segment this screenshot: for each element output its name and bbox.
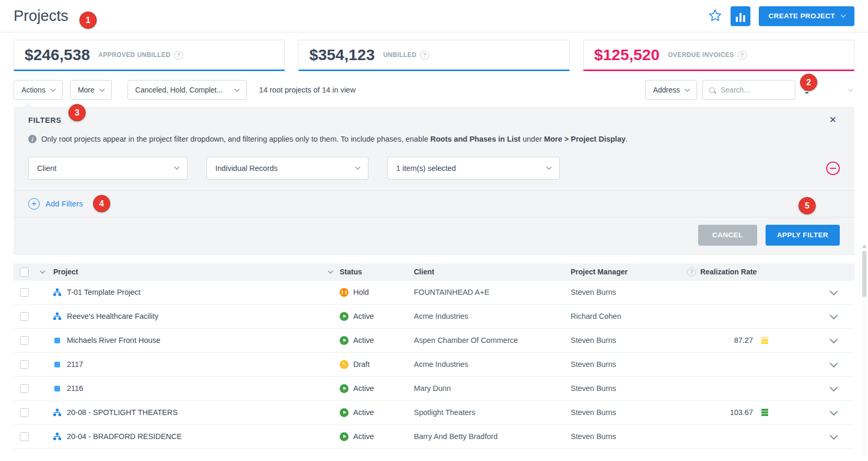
cancel-button[interactable]: CANCEL [698,225,757,246]
stat-card: $354,123 UNBILLED ? [298,40,570,71]
project-square-icon [54,386,60,391]
row-expand-chevron[interactable] [829,407,838,416]
column-header-realization: Realization Rate [700,268,757,276]
project-name[interactable]: Reeve's Healthcare Facility [67,312,158,320]
chevron-down-icon [50,86,55,91]
stat-card: $125,520 OVERDUE INVOICES ? [583,40,854,71]
table-row[interactable]: 20-04 - BRADFORD RESIDENCE Active Barry … [14,425,854,449]
help-icon[interactable]: ? [687,268,696,276]
remove-filter-button[interactable] [826,162,840,175]
stat-label: OVERDUE INVOICES ? [668,51,746,60]
table-row[interactable]: Reeve's Healthcare Facility Active Acme … [14,305,854,329]
status-icon [340,384,349,393]
row-expand-chevron[interactable] [829,383,838,391]
filter-criteria-row: Client Individual Records 1 item(s) sele… [14,153,854,190]
row-checkbox[interactable] [20,384,29,393]
status-icon [340,336,349,345]
actions-label: Actions [21,86,45,94]
search-box[interactable] [702,80,795,100]
manager-name: Steven Burns [562,288,685,296]
filter-options-chevron[interactable] [847,87,854,93]
chevron-down-icon [547,165,552,170]
filter-selection-select[interactable]: 1 item(s) selected [387,157,560,180]
project-column-menu-chevron[interactable] [328,268,333,273]
table-body: T-01 Template Project Hold FOUNTAINHEAD … [14,281,854,449]
row-checkbox[interactable] [20,336,29,345]
row-expand-chevron[interactable] [829,359,838,367]
status-filter-dropdown[interactable]: Canceled, Hold, Complet... [128,80,247,100]
stat-card: $246,538 APPROVED UNBILLED ? [14,40,285,71]
manager-name: Steven Burns [562,384,685,393]
help-icon[interactable]: ? [420,51,429,60]
row-checkbox[interactable] [20,408,29,417]
client-name: Acme Industries [406,312,562,320]
project-name[interactable]: 20-04 - BRADFORD RESIDENCE [67,432,182,441]
create-project-button[interactable]: CREATE PROJECT [759,6,854,26]
help-icon[interactable]: ? [174,51,183,60]
status-label: Draft [353,360,369,368]
annotation-badge-2: 2 [800,74,817,91]
realization-bars-icon [761,337,768,343]
star-icon [708,8,722,24]
realization-rate-value: 103.67 [685,408,753,417]
row-checkbox[interactable] [20,360,29,369]
column-header-project: Project [53,268,78,276]
chevron-down-icon [175,165,180,170]
filter-record-type-value: Individual Records [215,164,277,172]
table-row[interactable]: 2117 Draft Acme Industries Steven Burns [14,353,854,377]
table-row[interactable]: 20-08 - SPOTLIGHT THEATERS Active Spotli… [14,401,854,425]
manager-name: Richard Cohen [562,312,685,320]
favorite-button[interactable] [708,8,722,24]
project-name[interactable]: 2116 [67,384,83,393]
filter-field-select[interactable]: Client [28,157,188,180]
chevron-down-icon [841,13,846,18]
row-expand-chevron[interactable] [829,287,838,295]
client-name: Aspen Chamber Of Commerce [406,336,562,344]
table-row[interactable]: T-01 Template Project Hold FOUNTAINHEAD … [14,281,854,305]
client-name: Spotlight Theaters [406,408,562,417]
realization-rate-value: 87.27 [685,336,753,344]
stat-value: $246,538 [25,46,90,64]
project-hierarchy-icon [53,433,61,440]
filters-panel-footer: CANCEL APPLY FILTER [14,217,854,255]
row-expand-chevron[interactable] [829,335,838,343]
search-input[interactable] [720,85,789,95]
row-checkbox[interactable] [20,312,29,321]
project-name[interactable]: 20-08 - SPOTLIGHT THEATERS [67,408,178,417]
apply-filter-button[interactable]: APPLY FILTER [766,225,840,246]
status-icon [340,360,349,369]
select-all-checkbox[interactable] [20,268,29,276]
analytics-button[interactable] [731,6,750,26]
project-name[interactable]: T-01 Template Project [67,288,141,296]
filters-panel: FILTERS ✕ i Only root projects appear in… [14,107,854,255]
filter-record-type-select[interactable]: Individual Records [206,157,368,180]
help-icon[interactable]: ? [738,51,747,60]
scrollbar-thumb[interactable] [862,251,866,297]
status-icon [340,432,349,441]
add-filters-row: + Add Filters [14,191,854,217]
scroll-up-arrow-icon [862,245,866,248]
table-row[interactable]: 2116 Active Mary Dunn Steven Burns [14,377,854,401]
page-header: Projects CREATE PROJECT [0,0,868,32]
vertical-scrollbar[interactable] [862,244,867,457]
status-label: Active [353,408,374,417]
row-checkbox[interactable] [20,288,29,297]
table-row[interactable]: Michaels River Front House Active Aspen … [14,329,854,353]
more-dropdown[interactable]: More [70,80,112,100]
filter-field-value: Client [37,164,56,172]
row-checkbox[interactable] [20,432,29,441]
row-expand-chevron[interactable] [829,431,838,440]
project-name[interactable]: Michaels River Front House [67,336,160,344]
row-expand-chevron[interactable] [829,311,838,319]
search-icon [709,87,715,93]
address-dropdown[interactable]: Address [645,80,697,100]
actions-dropdown[interactable]: Actions [14,80,63,100]
project-square-icon [54,362,60,367]
toolbar-right: Address [645,80,854,100]
project-name[interactable]: 2117 [67,360,83,368]
filters-info-row: i Only root projects appear in the proje… [14,133,854,153]
close-filters-button[interactable]: ✕ [826,115,840,125]
select-options-chevron[interactable] [40,268,45,273]
project-hierarchy-icon [53,289,61,296]
add-filters-link[interactable]: Add Filters [45,199,83,208]
